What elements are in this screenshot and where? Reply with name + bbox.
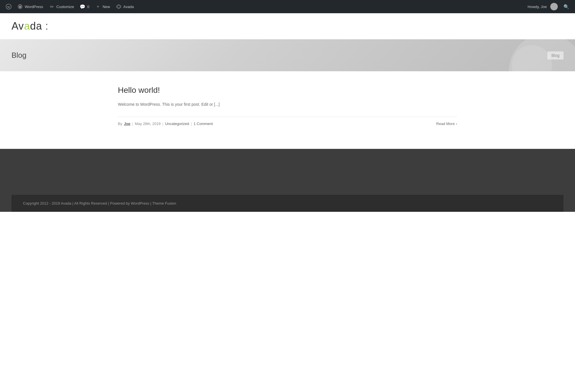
post-date: May 28th, 2019 <box>135 122 161 126</box>
new-icon: + <box>95 4 101 9</box>
comments-count: 0 <box>87 5 89 9</box>
footer: Copyright 2012 - 2019 Avada | All Rights… <box>0 149 575 212</box>
admin-bar-right: Howdy, Joe 🔍 <box>525 3 572 10</box>
read-more-chevron-icon: › <box>456 122 457 126</box>
wp-circle-icon: W <box>17 4 23 9</box>
page-banner-title: Blog <box>12 51 26 60</box>
blog-post: Hello world! Welcome to WordPress. This … <box>118 86 457 126</box>
svg-marker-5 <box>117 5 120 8</box>
svg-text:W: W <box>19 6 21 8</box>
wordpress-icon: W <box>6 4 12 9</box>
post-author[interactable]: Joe <box>124 122 130 126</box>
post-category-link[interactable]: Uncategorized <box>165 122 189 126</box>
post-title: Hello world! <box>118 86 457 95</box>
avada-menu-item[interactable]: Avada <box>113 0 137 13</box>
customize-icon: ✏ <box>49 4 55 9</box>
customize-menu-item[interactable]: ✏ Customize <box>46 0 77 13</box>
search-icon: 🔍 <box>564 4 569 9</box>
search-link[interactable]: 🔍 <box>561 4 572 9</box>
by-label: By <box>118 122 122 126</box>
footer-bottom: Copyright 2012 - 2019 Avada | All Rights… <box>12 195 564 212</box>
comments-menu-item[interactable]: 💬 0 <box>77 0 92 13</box>
logo-colon: : <box>42 20 48 32</box>
read-more-text: Read More <box>436 122 455 126</box>
logo-text-av: Av <box>12 20 24 32</box>
customize-label: Customize <box>56 5 74 9</box>
post-category: Uncategorized <box>165 122 189 126</box>
new-menu-item[interactable]: + New <box>92 0 113 13</box>
post-comments: 1 Comment <box>193 122 213 126</box>
read-more-link[interactable]: Read More › <box>436 122 457 126</box>
admin-bar: W W WordPress ✏ Customize 💬 0 + New <box>0 0 575 13</box>
wordpress-menu-item[interactable]: W WordPress <box>14 0 46 13</box>
comments-icon: 💬 <box>80 4 85 9</box>
post-comments-link[interactable]: 1 Comment <box>193 122 213 126</box>
logo-highlight: a <box>24 20 30 32</box>
avada-icon <box>116 4 122 9</box>
logo-text-da: da <box>30 20 42 32</box>
footer-copyright: Copyright 2012 - 2019 Avada | All Rights… <box>23 201 552 205</box>
page-banner: Blog Blog <box>0 39 575 71</box>
post-excerpt: Welcome to WordPress. This is your first… <box>118 101 457 108</box>
meta-sep-3: | <box>191 122 192 126</box>
avada-label: Avada <box>123 5 134 9</box>
breadcrumb: Blog <box>547 51 564 59</box>
howdy-text: Howdy, Joe <box>528 5 547 9</box>
svg-text:W: W <box>7 5 10 9</box>
post-title-link[interactable]: Hello world! <box>118 86 160 95</box>
site-header: Avada : <box>0 13 575 39</box>
meta-sep-2: | <box>162 122 163 126</box>
user-avatar <box>550 3 558 10</box>
post-meta: By Joe | May 28th, 2019 | Uncategorized … <box>118 117 457 126</box>
svg-marker-4 <box>117 5 121 9</box>
main-content: Hello world! Welcome to WordPress. This … <box>106 71 469 149</box>
wordpress-label: WordPress <box>25 5 43 9</box>
site-logo[interactable]: Avada : <box>12 20 564 32</box>
meta-sep-1: | <box>132 122 133 126</box>
meta-left: By Joe | May 28th, 2019 | Uncategorized … <box>118 122 213 126</box>
new-label: New <box>103 5 110 9</box>
howdy-link[interactable]: Howdy, Joe <box>525 3 561 10</box>
wp-logo-link[interactable]: W <box>3 0 14 13</box>
